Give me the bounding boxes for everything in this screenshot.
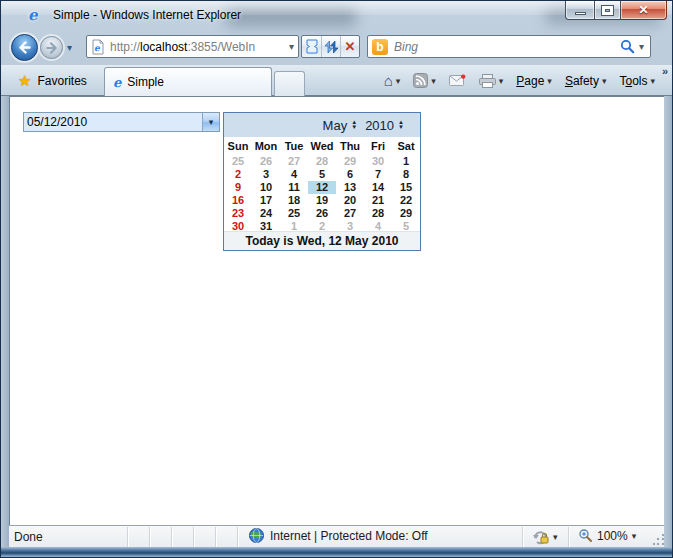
favorites-star-icon: ★ bbox=[18, 72, 31, 90]
calendar-year-label: 2010 bbox=[365, 118, 394, 133]
feeds-button[interactable]: ▾ bbox=[410, 71, 439, 90]
status-panes bbox=[106, 527, 238, 548]
tools-menu[interactable]: Tools ▾ bbox=[616, 72, 658, 90]
calendar-day[interactable]: 26 bbox=[252, 155, 280, 168]
search-icon[interactable] bbox=[620, 39, 635, 54]
page-menu[interactable]: Page ▾ bbox=[513, 72, 555, 90]
year-down-icon[interactable]: ▼ bbox=[398, 125, 404, 130]
calendar-day[interactable]: 19 bbox=[308, 194, 336, 207]
calendar-day[interactable]: 16 bbox=[224, 194, 252, 207]
bing-logo-icon: b bbox=[372, 39, 388, 55]
calendar-month-label: May bbox=[323, 118, 348, 133]
internet-globe-icon bbox=[249, 528, 264, 543]
calendar-day[interactable]: 28 bbox=[308, 155, 336, 168]
calendar-day[interactable]: 1 bbox=[392, 155, 420, 168]
address-text[interactable]: http://localhost:3855/WebIn bbox=[110, 40, 285, 54]
date-field: ▾ bbox=[23, 112, 220, 132]
calendar-day[interactable]: 20 bbox=[336, 194, 364, 207]
calendar-day[interactable]: 27 bbox=[280, 155, 308, 168]
address-bar[interactable]: e http://localhost:3855/WebIn ▾ bbox=[86, 35, 299, 58]
calendar-day-selected[interactable]: 12 bbox=[308, 181, 336, 194]
calendar-day[interactable]: 7 bbox=[364, 168, 392, 181]
tab-favicon-icon: e bbox=[113, 75, 121, 90]
search-options-dropdown[interactable]: ▾ bbox=[639, 41, 644, 52]
calendar-day[interactable]: 10 bbox=[252, 181, 280, 194]
calendar-today-footer[interactable]: Today is Wed, 12 May 2010 bbox=[224, 231, 420, 250]
security-zone[interactable]: Internet | Protected Mode: Off bbox=[249, 528, 428, 543]
home-button[interactable]: ⌂ ▾ bbox=[381, 70, 404, 91]
calendar-day[interactable]: 21 bbox=[364, 194, 392, 207]
favorites-label: Favorites bbox=[37, 74, 86, 88]
stop-button[interactable]: ✕ bbox=[340, 36, 359, 57]
month-down-icon[interactable]: ▼ bbox=[351, 125, 357, 130]
calendar-day[interactable]: 23 bbox=[224, 207, 252, 220]
read-mail-button[interactable] bbox=[446, 72, 469, 89]
calendar-day[interactable]: 28 bbox=[364, 207, 392, 220]
year-spinner[interactable]: ▲▼ bbox=[398, 120, 404, 130]
window-title: Simple - Windows Internet Explorer bbox=[53, 8, 241, 22]
back-button[interactable] bbox=[11, 34, 38, 61]
refresh-button[interactable] bbox=[321, 36, 340, 57]
calendar-day[interactable]: 4 bbox=[280, 168, 308, 181]
calendar-day[interactable]: 18 bbox=[280, 194, 308, 207]
recent-pages-dropdown[interactable]: ▾ bbox=[67, 42, 72, 53]
calendar-day[interactable]: 25 bbox=[224, 155, 252, 168]
close-button[interactable]: ✕ bbox=[621, 1, 667, 20]
calendar-day[interactable]: 22 bbox=[392, 194, 420, 207]
back-arrow-icon bbox=[18, 41, 31, 54]
calendar-day[interactable]: 9 bbox=[224, 181, 252, 194]
calendar-day[interactable]: 3 bbox=[252, 168, 280, 181]
title-bar: e Simple - Windows Internet Explorer ✕ bbox=[1, 1, 672, 29]
calendar-day-header: Mon bbox=[252, 140, 280, 152]
calendar-day[interactable]: 29 bbox=[336, 155, 364, 168]
calendar-day[interactable]: 14 bbox=[364, 181, 392, 194]
forward-arrow-icon bbox=[46, 42, 58, 54]
safety-menu[interactable]: Safety ▾ bbox=[562, 72, 610, 90]
calendar-day[interactable]: 6 bbox=[336, 168, 364, 181]
search-box[interactable]: b ▾ bbox=[367, 35, 651, 58]
tab-row: ★ Favorites e Simple ⌂ ▾ ▾ ▾ bbox=[1, 65, 672, 96]
window-frame-right bbox=[664, 96, 672, 547]
forward-button[interactable] bbox=[40, 36, 63, 59]
calendar-day[interactable]: 17 bbox=[252, 194, 280, 207]
compatibility-view-icon bbox=[305, 39, 319, 54]
compatibility-view-button[interactable] bbox=[302, 36, 321, 57]
new-tab-button[interactable] bbox=[274, 71, 305, 96]
rss-feed-icon bbox=[413, 73, 428, 88]
toolbar-overflow-chevron-icon[interactable]: » bbox=[662, 65, 668, 77]
navigation-toolbar: ▾ e http://localhost:3855/WebIn ▾ ✕ b bbox=[1, 29, 672, 65]
calendar-day[interactable]: 26 bbox=[308, 207, 336, 220]
minimize-button[interactable] bbox=[565, 1, 594, 20]
calendar-day-header: Sun bbox=[224, 140, 252, 152]
browser-window: e Simple - Windows Internet Explorer ✕ ▾… bbox=[0, 0, 673, 558]
maximize-button[interactable] bbox=[594, 1, 621, 20]
address-dropdown-icon[interactable]: ▾ bbox=[289, 41, 294, 52]
search-input[interactable] bbox=[394, 40, 616, 54]
calendar-day[interactable]: 29 bbox=[392, 207, 420, 220]
page-dropdown-icon: ▾ bbox=[547, 76, 552, 86]
zoom-control[interactable]: 100% ▾ bbox=[578, 528, 636, 543]
protected-mode-button[interactable]: ▾ bbox=[532, 529, 558, 545]
calendar-day[interactable]: 27 bbox=[336, 207, 364, 220]
address-protocol: http:// bbox=[110, 40, 140, 54]
tab-simple[interactable]: e Simple bbox=[104, 67, 272, 96]
calendar-day[interactable]: 25 bbox=[280, 207, 308, 220]
protected-mode-icon bbox=[532, 529, 549, 545]
calendar-grid: 2526272829301234567891011121314151617181… bbox=[224, 155, 420, 233]
calendar-day[interactable]: 15 bbox=[392, 181, 420, 194]
date-input[interactable] bbox=[24, 113, 202, 131]
calendar-day[interactable]: 13 bbox=[336, 181, 364, 194]
calendar-day[interactable]: 24 bbox=[252, 207, 280, 220]
print-button[interactable]: ▾ bbox=[476, 72, 507, 90]
calendar-day[interactable]: 11 bbox=[280, 181, 308, 194]
calendar-year-group: 2010 ▲▼ bbox=[365, 118, 404, 133]
calendar-day[interactable]: 5 bbox=[308, 168, 336, 181]
window-frame-left bbox=[1, 96, 9, 547]
date-dropdown-button[interactable]: ▾ bbox=[202, 113, 219, 131]
calendar-day[interactable]: 8 bbox=[392, 168, 420, 181]
favorites-button[interactable]: ★ Favorites bbox=[9, 68, 101, 93]
ie-logo-icon: e bbox=[28, 6, 38, 24]
calendar-day[interactable]: 2 bbox=[224, 168, 252, 181]
calendar-day[interactable]: 30 bbox=[364, 155, 392, 168]
month-spinner[interactable]: ▲▼ bbox=[351, 120, 357, 130]
